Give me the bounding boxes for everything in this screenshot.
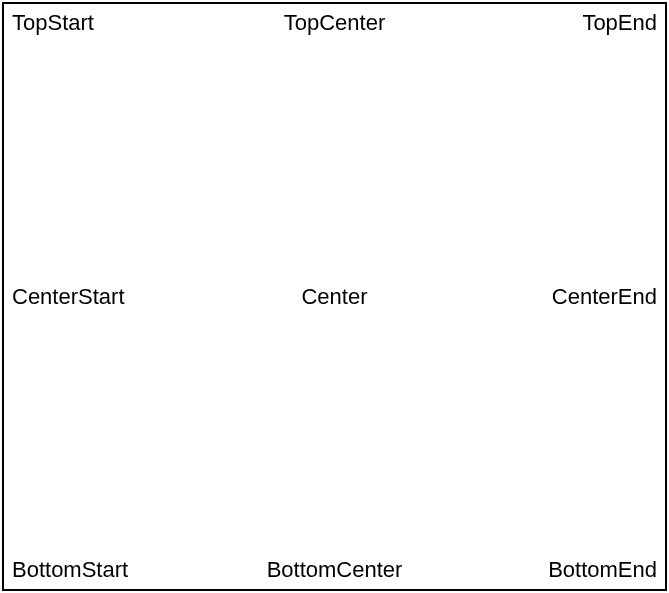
label-bottom-start: BottomStart: [12, 559, 128, 581]
label-top-start: TopStart: [12, 12, 94, 34]
label-bottom-center: BottomCenter: [267, 559, 403, 581]
label-center-start: CenterStart: [12, 286, 125, 308]
label-top-center: TopCenter: [284, 12, 386, 34]
label-top-end: TopEnd: [582, 12, 657, 34]
alignment-box: TopStart TopCenter TopEnd CenterStart Ce…: [2, 2, 667, 591]
label-center: Center: [301, 286, 367, 308]
label-bottom-end: BottomEnd: [548, 559, 657, 581]
label-center-end: CenterEnd: [552, 286, 657, 308]
